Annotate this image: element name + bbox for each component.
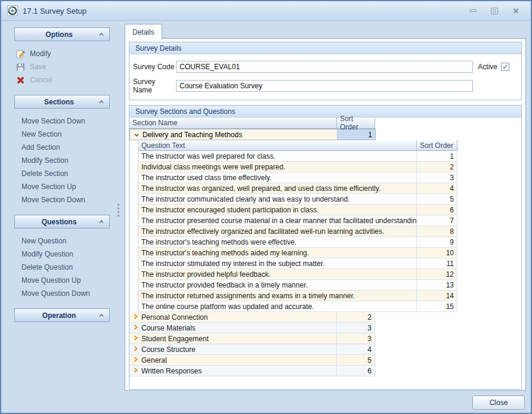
question-text-cell: The instructor was organized, well prepa… xyxy=(138,183,417,194)
question-row[interactable]: The instructor provided feedback in a ti… xyxy=(138,280,457,291)
sidebar-item-modify-question[interactable]: Modify Question xyxy=(6,248,122,261)
section-row-personal-connection[interactable]: Personal Connection2 xyxy=(129,312,521,323)
question-row[interactable]: The instructor used class time effective… xyxy=(138,172,457,183)
section-row-course-structure[interactable]: Course Structure4 xyxy=(129,344,521,355)
question-row[interactable]: The instructor stimulated my interest in… xyxy=(138,258,457,269)
section-row-general[interactable]: General5 xyxy=(129,355,521,366)
sidebar-item-move-question-up[interactable]: Move Question Up xyxy=(6,274,122,287)
question-text-cell: The instructor used class time effective… xyxy=(138,172,417,183)
section-name: Delivery and Teaching Methods xyxy=(143,131,242,139)
active-checkbox[interactable]: ✓ xyxy=(501,63,509,71)
close-button[interactable]: Close xyxy=(472,396,525,410)
collapse-icon[interactable] xyxy=(98,29,104,40)
sidebar-item-move-section-up[interactable]: Move Section Up xyxy=(6,180,122,193)
question-row[interactable]: The online course platform was updated a… xyxy=(138,301,457,312)
sidebar-item-label: Move Section Up xyxy=(21,183,76,191)
question-text-cell: The instructor effectively organized and… xyxy=(138,226,417,237)
chevron-right-icon[interactable] xyxy=(131,367,141,375)
section-name-cell: Course Materials xyxy=(129,323,337,333)
sidebar-item-cancel[interactable]: Cancel xyxy=(6,73,122,86)
question-text-cell: The instructor was well prepared for cla… xyxy=(138,151,417,162)
sidebar-item-new-question[interactable]: New Question xyxy=(6,234,122,248)
section-row-written-responses[interactable]: Written Responses6 xyxy=(129,366,521,376)
question-row[interactable]: The instructor provided helpful feedback… xyxy=(138,269,457,280)
sidebar-item-move-section-down[interactable]: Move Section Down xyxy=(6,193,122,206)
sidebar-item-new-section[interactable]: New Section xyxy=(6,128,122,141)
chevron-right-icon[interactable] xyxy=(131,313,141,322)
question-row[interactable]: The instructor returned assignments and … xyxy=(138,291,457,301)
panel-items-options: ModifySaveCancel xyxy=(6,41,122,95)
question-sort-cell: 1 xyxy=(417,151,457,162)
window-controls: ✕ xyxy=(466,7,526,16)
question-row[interactable]: The instructor was organized, well prepa… xyxy=(138,183,457,194)
section-sort-cell: 3 xyxy=(337,323,375,333)
sidebar-item-add-section[interactable]: Add Section xyxy=(6,141,122,154)
chevron-right-icon[interactable] xyxy=(131,345,141,354)
collapse-icon[interactable] xyxy=(98,217,104,227)
sidebar-item-save[interactable]: Save xyxy=(6,60,122,73)
question-row[interactable]: The instructor's teaching methods were e… xyxy=(138,237,457,248)
panel-header-sections[interactable]: Sections xyxy=(14,95,110,109)
panel-header-options[interactable]: Options xyxy=(14,27,110,41)
section-row-student-engagement[interactable]: Student Engagement3 xyxy=(129,333,521,344)
section-name: Student Engagement xyxy=(141,335,209,343)
section-name-cell: General xyxy=(129,355,337,366)
question-text-cell: The instructor stimulated my interest in… xyxy=(138,258,417,269)
question-row[interactable]: The instructor was well prepared for cla… xyxy=(138,151,457,162)
question-sort-cell: 15 xyxy=(417,301,457,312)
question-row[interactable]: The instructor communicated clearly and … xyxy=(138,194,457,205)
survey-name-input[interactable]: Course Evaluation Survey xyxy=(176,80,473,92)
question-row[interactable]: The instructor encouraged student partic… xyxy=(138,205,457,215)
sidebar-item-delete-section[interactable]: Delete Section xyxy=(6,167,122,180)
section-name: Course Materials xyxy=(141,324,196,332)
panel-items-sections: Move Section DownNew SectionAdd SectionM… xyxy=(6,109,122,215)
panel-title-operation: Operation xyxy=(20,311,98,320)
survey-code-label: Survey Code xyxy=(133,63,176,71)
close-window-button[interactable]: ✕ xyxy=(509,7,522,16)
question-sort-cell: 9 xyxy=(417,237,457,248)
active-label: Active xyxy=(478,63,497,71)
section-row-expanded[interactable]: Delivery and Teaching Methods 1 xyxy=(129,129,376,140)
question-sort-cell: 8 xyxy=(417,226,457,237)
section-sort-order: 1 xyxy=(337,129,375,140)
section-name-cell: Student Engagement xyxy=(129,333,337,344)
panel-title-questions: Questions xyxy=(20,218,98,226)
column-header-section-name[interactable]: Section Name xyxy=(129,118,337,129)
section-sort-cell: 4 xyxy=(337,344,375,355)
survey-code-input[interactable]: COURSE_EVAL01 xyxy=(176,61,473,73)
panel-header-operation[interactable]: Operation xyxy=(14,308,110,322)
section-row-course-materials[interactable]: Course Materials3 xyxy=(129,323,521,333)
questions-grid: Question Text Sort Order The instructor … xyxy=(138,140,457,312)
question-text-cell: The instructor's teaching methods aided … xyxy=(138,248,417,258)
panel-title-sections: Sections xyxy=(20,98,98,106)
sidebar-item-move-question-down[interactable]: Move Question Down xyxy=(6,287,122,300)
column-header-sort-order[interactable]: Sort Order xyxy=(337,118,375,129)
sidebar-item-delete-question[interactable]: Delete Question xyxy=(6,261,122,274)
close-icon: ✕ xyxy=(513,7,519,16)
question-row[interactable]: The instructor's teaching methods aided … xyxy=(138,248,457,258)
sidebar-item-modify-section[interactable]: Modify Section xyxy=(6,154,122,167)
sidebar-item-modify[interactable]: Modify xyxy=(6,47,122,60)
section-sort-cell: 2 xyxy=(337,312,375,323)
question-row[interactable]: Individual class meetings were well prep… xyxy=(138,162,457,172)
collapse-icon[interactable] xyxy=(98,310,104,321)
question-row[interactable]: The instructor effectively organized and… xyxy=(138,226,457,237)
maximize-button[interactable] xyxy=(488,7,501,16)
tab-details[interactable]: Details xyxy=(125,24,162,39)
splitter-grip[interactable] xyxy=(117,204,119,217)
section-name: Course Structure xyxy=(141,345,196,354)
question-row[interactable]: The instructor presented course material… xyxy=(138,215,457,226)
column-header-question-text[interactable]: Question Text xyxy=(138,140,417,151)
chevron-right-icon[interactable] xyxy=(131,335,141,343)
chevron-down-icon[interactable] xyxy=(133,131,140,138)
minimize-button[interactable] xyxy=(466,7,480,16)
maximize-icon xyxy=(491,8,498,14)
chevron-right-icon[interactable] xyxy=(131,324,141,332)
pencil-icon xyxy=(16,49,25,58)
sections-grid: Section Name Sort Order Delivery and Tea… xyxy=(129,118,521,376)
column-header-question-sort[interactable]: Sort Order xyxy=(417,140,457,151)
panel-header-questions[interactable]: Questions xyxy=(14,215,110,228)
collapse-icon[interactable] xyxy=(98,97,104,107)
chevron-right-icon[interactable] xyxy=(131,356,141,364)
sidebar-item-move-section-down[interactable]: Move Section Down xyxy=(6,115,122,128)
